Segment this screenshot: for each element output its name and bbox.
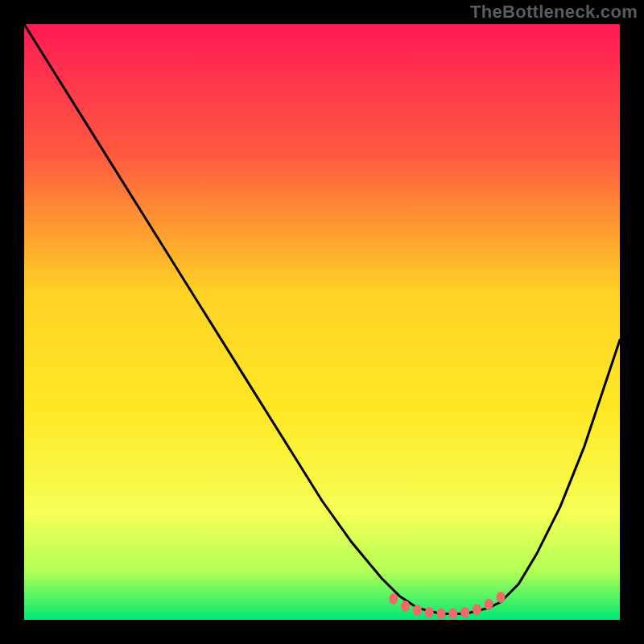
chart-frame: TheBottleneck.com — [0, 0, 644, 644]
watermark-text: TheBottleneck.com — [470, 2, 638, 23]
trough-marker — [413, 605, 422, 616]
trough-marker — [401, 601, 410, 612]
trough-marker — [485, 599, 493, 610]
trough-marker — [389, 593, 398, 605]
trough-marker — [425, 607, 434, 618]
trough-marker — [448, 609, 457, 620]
trough-marker — [497, 592, 506, 603]
trough-marker — [437, 609, 446, 620]
plot-area — [24, 24, 620, 620]
trough-marker — [473, 604, 481, 615]
plot-svg — [24, 24, 620, 620]
gradient-bg — [24, 24, 620, 620]
trough-marker — [460, 607, 469, 618]
